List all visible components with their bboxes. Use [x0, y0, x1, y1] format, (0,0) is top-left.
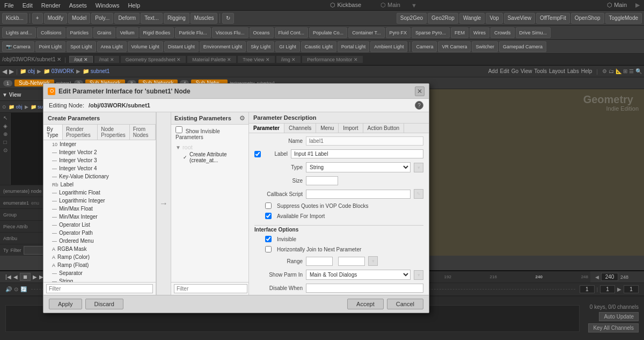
tb-envlight[interactable]: Environment Light: [200, 41, 246, 52]
pd-type-down-btn[interactable]: ▾: [414, 163, 423, 172]
cp-tab-node[interactable]: Node Properties: [98, 125, 129, 140]
tb-modify[interactable]: Modify: [44, 13, 67, 24]
key-all-channels-button[interactable]: Key All Channels: [588, 323, 639, 332]
help-btn[interactable]: Help: [581, 68, 592, 74]
auto-update-button[interactable]: Auto Update: [599, 312, 639, 321]
tb-gamepadcamera[interactable]: Gamepad Camera: [499, 41, 546, 52]
param-item-oplist[interactable]: — Operator List: [43, 221, 156, 229]
dialog-apply-button[interactable]: Apply: [49, 299, 82, 309]
tb-offtempfit[interactable]: OffTempFit: [536, 13, 570, 24]
param-item-iv4[interactable]: — Integer Vector 4: [43, 164, 156, 172]
dialog-cancel-button[interactable]: Cancel: [387, 299, 423, 309]
param-item-rampcol[interactable]: A Ramp (Color): [43, 253, 156, 261]
tb-saveview[interactable]: SaveView: [504, 13, 535, 24]
param-item-minmaxfloat[interactable]: — Min/Max Float: [43, 205, 156, 213]
btn-start[interactable]: |◀: [5, 274, 11, 280]
pd-available-checkbox[interactable]: [265, 213, 272, 219]
tool-select[interactable]: ↖: [3, 115, 8, 121]
tb-spotlight[interactable]: Spot Light: [67, 41, 96, 52]
pd-callback-edit-btn[interactable]: ✎: [414, 189, 423, 199]
pd-showparmin-select[interactable]: Main & Tool Dialogs: [306, 270, 411, 280]
tb-switcher[interactable]: Switcher: [472, 41, 498, 52]
menu-file[interactable]: File: [0, 2, 18, 9]
audio-icon3[interactable]: 🔄: [20, 286, 27, 292]
param-item-oppath[interactable]: — Operator Path: [43, 229, 156, 237]
menu-windows[interactable]: Windows: [91, 2, 124, 9]
btn-play[interactable]: ▶: [33, 274, 37, 280]
tb-particlefluid[interactable]: Particle Flu...: [175, 27, 211, 38]
tb-causticlight[interactable]: Caustic Light: [301, 41, 336, 52]
param-item-orderedmenu[interactable]: — Ordered Menu: [43, 237, 156, 245]
tb-arealight[interactable]: Area Light: [97, 41, 127, 52]
breadcrumb-03work[interactable]: 📁 03WORK: [43, 68, 74, 74]
tb-camera2[interactable]: Camera: [412, 41, 437, 52]
pd-callback-input[interactable]: [306, 190, 411, 199]
pd-invisible-checkbox[interactable]: [265, 236, 272, 242]
param-item-logfloat[interactable]: — Logarithmic Float: [43, 189, 156, 197]
pd-tab-import[interactable]: Import: [339, 124, 363, 133]
tab-out[interactable]: /out ✕: [69, 56, 93, 63]
tab-geo-spreadsheet[interactable]: Geometry Spreadsheet ✕: [121, 56, 186, 63]
nav-back[interactable]: ◀: [2, 68, 7, 75]
forward-icon[interactable]: ▶: [617, 286, 621, 292]
tb-refresh[interactable]: ↻: [222, 13, 234, 24]
tb-populate[interactable]: Populate Co...: [309, 27, 347, 38]
tb-viscous[interactable]: Viscous Flu...: [212, 27, 248, 38]
pd-type-select[interactable]: String: [306, 162, 411, 172]
tb-distantlight[interactable]: Distant Light: [164, 41, 199, 52]
tb-oceans[interactable]: Oceans: [250, 27, 274, 38]
pd-showparmin-down-btn[interactable]: ▾: [414, 270, 423, 280]
tb-fem[interactable]: FEM: [451, 27, 469, 38]
pd-tab-action[interactable]: Action Button: [363, 124, 404, 133]
param-item-string[interactable]: — String: [43, 277, 156, 282]
menu-render[interactable]: Render: [37, 2, 65, 9]
tb-skylight[interactable]: Sky Light: [247, 41, 274, 52]
tb-drivesimu[interactable]: Drive Simu...: [516, 27, 551, 38]
audio-icon2[interactable]: ⊙: [14, 286, 18, 292]
param-item-rgbamask[interactable]: A RGBA Mask: [43, 245, 156, 253]
tab-tree-view[interactable]: Tree View ✕: [238, 56, 275, 63]
tb-model[interactable]: Model: [68, 13, 90, 24]
dialog-help-icon[interactable]: ?: [415, 101, 423, 110]
tb-geo2rop[interactable]: Geo2Rop: [428, 13, 458, 24]
param-item-logint[interactable]: — Logarithmic Integer: [43, 197, 156, 205]
add-btn[interactable]: Add: [488, 68, 498, 74]
tool-4[interactable]: □: [3, 139, 6, 145]
cp-tab-fromnodes[interactable]: From Nodes: [130, 125, 156, 140]
tb-kickb[interactable]: Kickb...: [2, 13, 27, 24]
ep-root-item[interactable]: ▼ root: [175, 144, 244, 150]
tb-fluidcont[interactable]: Fluid Cont...: [275, 27, 309, 38]
transfer-arrow[interactable]: →: [156, 112, 171, 295]
pd-range-down-btn[interactable]: ▾: [368, 256, 378, 266]
tb-sop2geo[interactable]: Sop2Geo: [397, 13, 427, 24]
edit-btn[interactable]: Edit: [500, 68, 509, 74]
ep-create-attr[interactable]: Create Attribute (create_at...: [183, 150, 244, 164]
tb-portallight[interactable]: Portal Light: [338, 41, 370, 52]
pd-tab-channels[interactable]: Channels: [284, 124, 316, 133]
frame-start-input[interactable]: [580, 285, 595, 293]
tb-camera[interactable]: 📷 Camera: [2, 41, 34, 52]
dialog-close-button[interactable]: ✕: [415, 86, 425, 96]
tb-wangle[interactable]: Wangle: [459, 13, 485, 24]
pd-tab-menu[interactable]: Menu: [316, 124, 339, 133]
tab-perf-monitor[interactable]: Performance Monitor ✕: [302, 56, 363, 63]
tb-openshop[interactable]: OpenShop: [571, 13, 604, 24]
tool-3[interactable]: ⊕: [3, 131, 8, 137]
pd-horizjoin-checkbox[interactable]: [265, 246, 272, 252]
pd-label-input[interactable]: [291, 149, 423, 158]
dialog-discard-button[interactable]: Discard: [85, 299, 123, 309]
ep-invisible-checkbox[interactable]: [175, 126, 182, 133]
existing-params-gear-icon[interactable]: ⚙: [239, 114, 245, 122]
tb-wires[interactable]: Wires: [470, 27, 489, 38]
tool-2[interactable]: ◈: [3, 123, 8, 129]
param-item-iv2[interactable]: — Integer Vector 2: [43, 148, 156, 156]
param-item-separator[interactable]: — Separator: [43, 269, 156, 277]
breadcrumb-obj[interactable]: 📁 obj: [20, 68, 35, 74]
param-item-integer[interactable]: 10 Integer: [43, 140, 156, 148]
tb-lights[interactable]: Lights and...: [2, 27, 36, 38]
tools-btn[interactable]: Tools: [535, 68, 547, 74]
pd-label-checkbox[interactable]: [254, 151, 261, 157]
frame-step[interactable]: [624, 285, 639, 293]
tb-particles[interactable]: Particles: [67, 27, 93, 38]
tb-togglemode[interactable]: ToggleMode: [605, 13, 642, 24]
